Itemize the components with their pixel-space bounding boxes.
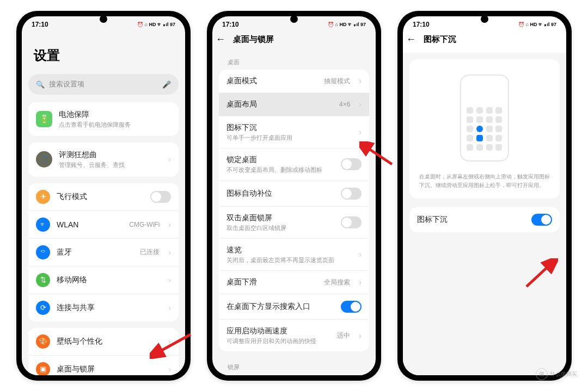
desktop-layout-row[interactable]: 桌面布局 4×6 › [219, 93, 369, 116]
battery-card[interactable]: 🔋 电池保障 点击查看手机电池保障服务 [28, 102, 179, 136]
section-label: 锁屏 [219, 358, 369, 375]
bluetooth-row[interactable]: ⌔ 蓝牙 已连接 › [28, 239, 179, 266]
mobile-icon: ⇅ [36, 273, 50, 287]
status-icons: ⏰ ⌂ HD ᯤ ₅ıl 97 [137, 22, 175, 27]
mic-icon[interactable]: 🎤 [162, 80, 171, 89]
clock: 17:10 [32, 21, 48, 28]
chevron-icon: › [168, 276, 171, 284]
annotation-arrow [520, 258, 558, 291]
screen-settings: 17:10 ⏰ ⌂ HD ᯤ ₅ıl 97 设置 🔍 搜索设置项 🎤 🔋 电池保… [22, 16, 185, 375]
lock-desktop-row[interactable]: 锁定桌面 不可改变桌面布局、删除或移动图标 [219, 148, 369, 181]
mock-phone-illustration [460, 75, 509, 162]
account-card[interactable]: 🎵 评测狂想曲 管理账号、云服务、查找 › [28, 142, 179, 176]
palette-icon: 🎨 [36, 334, 50, 349]
header: ← 图标下沉 [403, 30, 566, 53]
camera-notch [481, 15, 488, 23]
back-button[interactable]: ← [216, 34, 225, 45]
illustration: 在桌面时，从屏幕左侧或右侧向上滑动，触发应用图标下沉。继续滑动至应用图标上松手，… [409, 59, 560, 198]
desktop-icon: ▣ [36, 362, 50, 375]
back-button[interactable]: ← [406, 34, 416, 45]
header-title: 桌面与锁屏 [233, 34, 274, 45]
search-icon: 🔍 [36, 80, 45, 89]
chevron-icon: › [168, 365, 171, 374]
chevron-icon: › [359, 128, 362, 136]
chevron-icon: › [168, 155, 171, 164]
double-tap-toggle[interactable] [341, 216, 362, 228]
annotation-arrow [150, 332, 193, 359]
svg-line-1 [366, 147, 392, 164]
icon-sink-toggle[interactable] [531, 214, 552, 226]
svg-line-2 [526, 265, 550, 287]
search-entry-row[interactable]: 在桌面下方显示搜索入口 [219, 294, 369, 320]
wlan-row[interactable]: ᯤ WLAN CMG-WiFi › [28, 211, 179, 239]
bluetooth-icon: ⌔ [36, 245, 50, 259]
anim-speed-row[interactable]: 应用启动动画速度 可调整应用开启和关闭动画的快慢 适中 › [219, 320, 369, 351]
screen-icon-sink: 17:10 ⏰ ⌂ HD ᯤ ₅ıl 97 ← 图标下沉 在桌面时，从屏幕左侧或… [403, 16, 566, 375]
glance-row[interactable]: 速览 关闭后，桌面最左页将不再显示速览页面 › [219, 239, 369, 271]
icon-sink-row[interactable]: 图标下沉 可单手一步打开桌面应用 › [219, 116, 369, 148]
wifi-icon: ᯤ [36, 218, 50, 232]
chevron-icon: › [168, 303, 171, 312]
header: ← 桌面与锁屏 [212, 30, 376, 53]
chevron-icon: › [168, 248, 171, 257]
screen-desktop-lock: 17:10 ⏰ ⌂ HD ᯤ ₅ıl 97 ← 桌面与锁屏 桌面 桌面模式 抽屉… [212, 16, 376, 375]
desktop-lock-content[interactable]: 桌面 桌面模式 抽屉模式 › 桌面布局 4×6 › 图标下沉 可单手一步打开桌面… [212, 53, 376, 375]
chevron-icon: › [359, 331, 362, 340]
double-tap-row[interactable]: 双击桌面锁屏 双击桌面空白区域锁屏 [219, 207, 369, 239]
chevron-icon: › [359, 100, 362, 109]
icon-sink-content[interactable]: 在桌面时，从屏幕左侧或右侧向上滑动，触发应用图标下沉。继续滑动至应用图标上松手，… [403, 53, 566, 375]
phone-2: 17:10 ⏰ ⌂ HD ᯤ ₅ıl 97 ← 桌面与锁屏 桌面 桌面模式 抽屉… [207, 11, 381, 381]
mobile-row[interactable]: ⇅ 移动网络 › [28, 266, 179, 294]
autofill-toggle[interactable] [341, 188, 362, 200]
avatar: 🎵 [36, 151, 52, 167]
search-entry-toggle[interactable] [341, 301, 362, 313]
watermark-badge: 值 [536, 368, 548, 380]
status-icons: ⏰ ⌂ HD ᯤ ₅ıl 97 [518, 22, 556, 27]
status-icons: ⏰ ⌂ HD ᯤ ₅ıl 97 [328, 22, 366, 27]
chevron-icon: › [168, 220, 171, 229]
lock-desktop-toggle[interactable] [341, 158, 362, 170]
airplane-row[interactable]: ✈ 飞行模式 [28, 183, 179, 211]
page-title: 设置 [28, 30, 179, 74]
battery-title: 电池保障 [59, 110, 171, 120]
clock: 17:10 [413, 21, 430, 28]
icon-sink-toggle-row[interactable]: 图标下沉 [409, 207, 560, 232]
airplane-toggle[interactable] [150, 191, 171, 203]
clock: 17:10 [222, 21, 239, 28]
chevron-icon: › [359, 77, 362, 85]
search-input[interactable]: 🔍 搜索设置项 🎤 [28, 74, 179, 95]
camera-notch [100, 15, 107, 23]
battery-icon: 🔋 [36, 111, 52, 127]
svg-line-0 [158, 334, 191, 352]
desktop-mode-row[interactable]: 桌面模式 抽屉模式 › [219, 70, 369, 93]
share-row[interactable]: ⟳ 连接与共享 › [28, 294, 179, 321]
settings-content[interactable]: 设置 🔍 搜索设置项 🎤 🔋 电池保障 点击查看手机电池保障服务 🎵 [22, 30, 185, 375]
illustration-caption: 在桌面时，从屏幕左侧或右侧向上滑动，触发应用图标下沉。继续滑动至应用图标上松手，… [417, 172, 552, 190]
account-sub: 管理账号、云服务、查找 [59, 161, 160, 169]
swipe-down-row[interactable]: 桌面下滑 全局搜索 › [219, 271, 369, 294]
autofill-row[interactable]: 图标自动补位 [219, 181, 369, 207]
section-label: 桌面 [219, 53, 369, 70]
connectivity-card: ✈ 飞行模式 ᯤ WLAN CMG-WiFi › ⌔ 蓝牙 已连接 › [28, 183, 179, 321]
phone-1: 17:10 ⏰ ⌂ HD ᯤ ₅ıl 97 设置 🔍 搜索设置项 🎤 🔋 电池保… [16, 11, 191, 381]
share-icon: ⟳ [36, 301, 50, 315]
search-placeholder: 搜索设置项 [49, 79, 84, 89]
camera-notch [290, 15, 298, 23]
phone-3: 17:10 ⏰ ⌂ HD ᯤ ₅ıl 97 ← 图标下沉 在桌面时，从屏幕左侧或… [397, 11, 572, 381]
account-title: 评测狂想曲 [59, 150, 160, 160]
annotation-arrow [359, 141, 397, 169]
watermark: 值 什么值得买 [536, 368, 577, 380]
airplane-icon: ✈ [36, 190, 50, 204]
chevron-icon: › [359, 250, 362, 259]
swipe-lock-row[interactable]: 乐划锁屏 › [219, 375, 369, 375]
battery-sub: 点击查看手机电池保障服务 [59, 121, 171, 128]
chevron-icon: › [359, 278, 362, 287]
header-title: 图标下沉 [424, 34, 456, 45]
